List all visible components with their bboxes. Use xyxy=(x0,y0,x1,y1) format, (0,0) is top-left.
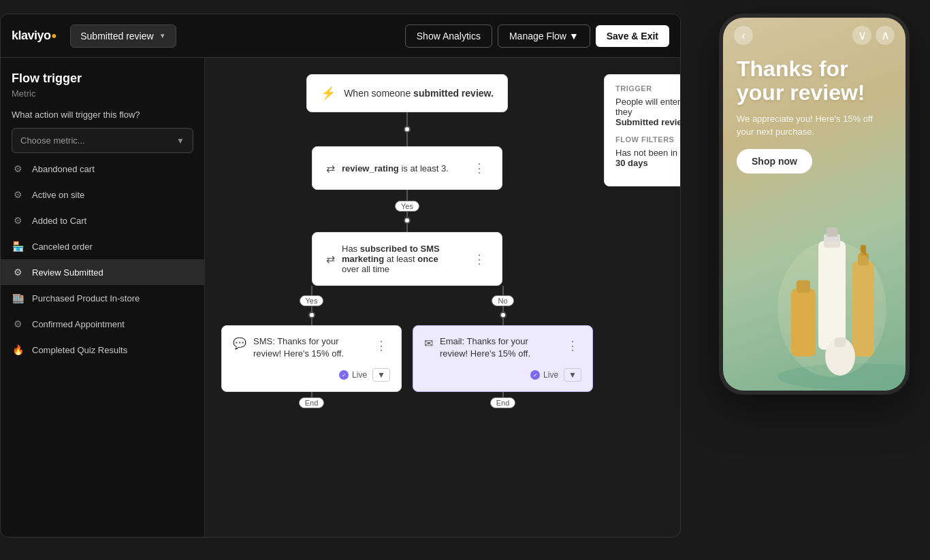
connector-dot xyxy=(404,217,411,224)
email-more-button[interactable]: ⋮ xyxy=(564,335,581,356)
condition-1-node[interactable]: ⇄ review_rating is at least 3. ⋮ xyxy=(312,146,502,190)
connector-dot xyxy=(308,312,315,318)
metric-dropdown[interactable]: Choose metric... ▼ xyxy=(12,128,193,153)
sidebar: Flow trigger Metric What action will tri… xyxy=(1,58,205,537)
sidebar-item-active-on-site[interactable]: ⚙ Active on site xyxy=(1,182,204,208)
trigger-info-label: Trigger xyxy=(615,84,680,93)
email-expand-button[interactable]: ▼ xyxy=(564,368,581,382)
gear-icon: ⚙ xyxy=(12,188,24,201)
logo-text: klaviyo xyxy=(12,29,51,43)
connector-line xyxy=(406,224,408,232)
connector-line xyxy=(311,318,312,325)
condition-text: review_rating is at least 3. xyxy=(342,163,449,174)
email-title: Email: Thanks for your review! Here's 15… xyxy=(440,335,558,360)
sidebar-item-canceled-order[interactable]: 🏪 Canceled order xyxy=(1,233,204,259)
sidebar-item-label: Active on site xyxy=(32,190,84,200)
shop-icon: 🏪 xyxy=(12,240,24,252)
connector-line xyxy=(406,190,408,201)
gear-icon: ⚙ xyxy=(12,163,24,175)
svg-point-11 xyxy=(777,241,886,377)
connector-line xyxy=(311,306,312,312)
main-content: Flow trigger Metric What action will tri… xyxy=(1,58,680,537)
phone-down-button[interactable]: ∨ xyxy=(852,26,871,45)
sidebar-list: ⚙ Abandoned cart ⚙ Active on site ⚙ Adde… xyxy=(1,156,204,363)
show-analytics-button[interactable]: Show Analytics xyxy=(405,24,492,48)
trigger-node[interactable]: ⚡ When someone submitted review. xyxy=(306,74,508,112)
email-node[interactable]: ✉ Email: Thanks for your review! Here's … xyxy=(413,325,593,392)
sidebar-item-label: Canceled order xyxy=(32,242,93,252)
sidebar-item-label: Confirmed Appointment xyxy=(32,319,125,329)
trigger-info-desc: People will enter this flow when they Su… xyxy=(615,97,680,127)
phone-subtext: We appreciate you! Here's 15% off your n… xyxy=(737,113,892,137)
action-footer: Live ▼ xyxy=(233,368,390,382)
phone-content: Thanks for your review! We appreciate yo… xyxy=(723,50,905,184)
phone-nav-arrows: ∨ ∧ xyxy=(852,26,895,45)
condition-2-more-button[interactable]: ⋮ xyxy=(470,249,488,269)
connector-line xyxy=(502,318,504,325)
trigger-metric: submitted review. xyxy=(413,88,494,99)
condition-2-node[interactable]: ⇄ Has subscribed to SMSmarketing at leas… xyxy=(312,232,502,286)
condition-more-button[interactable]: ⋮ xyxy=(470,158,488,178)
condition-2-text: Has subscribed to SMSmarketing at least … xyxy=(342,244,440,274)
flow-name-dropdown[interactable]: Submitted review ▼ xyxy=(70,24,176,48)
svg-rect-3 xyxy=(827,227,837,237)
connector-line xyxy=(502,286,504,295)
sms-more-button[interactable]: ⋮ xyxy=(372,335,390,356)
flow-filters-days: 30 days xyxy=(615,158,648,168)
chevron-down-icon: ▼ xyxy=(176,136,185,146)
sms-title: SMS: Thanks for your review! Here's 15% … xyxy=(253,335,367,360)
action-header: ✉ Email: Thanks for your review! Here's … xyxy=(424,335,581,360)
flame-icon: 🔥 xyxy=(12,344,24,356)
trigger-metric-value: Submitted review. xyxy=(615,117,680,127)
sidebar-item-label: Completed Quiz Results xyxy=(32,345,127,355)
header: klaviyo• Submitted review ▼ Show Analyti… xyxy=(1,14,680,58)
phone-headline: Thanks for your review! xyxy=(737,57,892,105)
sidebar-title: Flow trigger xyxy=(1,71,204,88)
connector-line xyxy=(311,392,312,397)
end-badge: End xyxy=(490,397,516,408)
trigger-text: When someone submitted review. xyxy=(344,88,494,99)
gear-icon: ⚙ xyxy=(12,266,24,278)
manage-flow-button[interactable]: Manage Flow ▼ xyxy=(498,24,590,48)
connector-line xyxy=(311,286,312,295)
sidebar-question: What action will trigger this flow? xyxy=(1,110,204,128)
sidebar-item-purchased-product[interactable]: 🏬 Purchased Product In-store xyxy=(1,285,204,311)
phone-prev-button[interactable]: ‹ xyxy=(734,26,753,45)
sidebar-item-added-to-cart[interactable]: ⚙ Added to Cart xyxy=(1,208,204,233)
sms-node[interactable]: 💬 SMS: Thanks for your review! Here's 15… xyxy=(221,325,402,392)
save-exit-button[interactable]: Save & Exit xyxy=(596,25,669,47)
phone-mockup: ‹ ∨ ∧ Thanks for your review! We appreci… xyxy=(719,14,910,395)
flow-canvas[interactable]: ⚡ When someone submitted review. xyxy=(205,58,680,537)
yes-badge: Yes xyxy=(395,201,419,212)
logo: klaviyo• xyxy=(12,27,57,45)
logo-dot: • xyxy=(52,27,57,45)
app-window: klaviyo• Submitted review ▼ Show Analyti… xyxy=(0,14,681,538)
connector-line xyxy=(406,133,408,146)
gear-icon: ⚙ xyxy=(12,214,24,227)
status-dot-icon xyxy=(530,370,540,380)
sms-status-badge: Live xyxy=(339,370,367,380)
filter-icon: ⇄ xyxy=(326,252,335,265)
status-dot-icon xyxy=(339,370,349,380)
phone-cta-button[interactable]: Shop now xyxy=(737,149,812,174)
email-status-label: Live xyxy=(543,370,558,380)
sms-expand-button[interactable]: ▼ xyxy=(372,368,390,382)
sidebar-item-completed-quiz[interactable]: 🔥 Completed Quiz Results xyxy=(1,337,204,363)
product-illustration xyxy=(723,173,905,391)
sidebar-item-review-submitted[interactable]: ⚙ Review Submitted xyxy=(1,259,204,285)
sms-icon: 💬 xyxy=(233,337,246,350)
store-icon: 🏬 xyxy=(12,292,24,304)
phone-up-button[interactable]: ∧ xyxy=(876,26,895,45)
sidebar-item-label: Purchased Product In-store xyxy=(32,293,140,303)
sidebar-item-abandoned-cart[interactable]: ⚙ Abandoned cart xyxy=(1,156,204,182)
action-header: 💬 SMS: Thanks for your review! Here's 15… xyxy=(233,335,390,360)
connector-line xyxy=(502,306,504,312)
filter-icon: ⇄ xyxy=(326,162,335,175)
sidebar-item-label: Added to Cart xyxy=(32,216,86,226)
sms-status-label: Live xyxy=(352,370,367,380)
sidebar-item-confirmed-appointment[interactable]: ⚙ Confirmed Appointment xyxy=(1,311,204,337)
flow-container: ⚡ When someone submitted review. xyxy=(221,74,664,482)
manage-flow-label: Manage Flow xyxy=(509,31,566,42)
lightning-icon: ⚡ xyxy=(321,86,336,101)
connector-dot xyxy=(404,126,411,133)
